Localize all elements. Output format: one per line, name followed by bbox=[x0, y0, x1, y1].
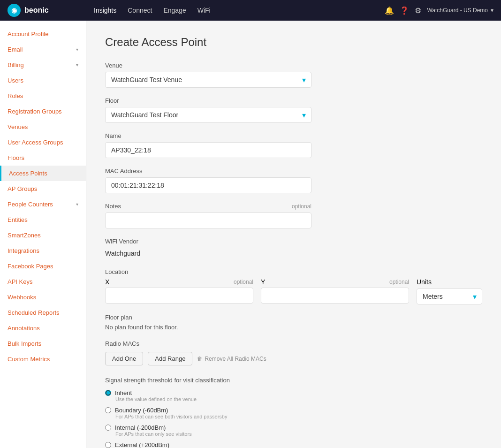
location-group: Location X optional Y optional bbox=[105, 268, 482, 304]
sidebar-item-ap-groups[interactable]: AP Groups bbox=[0, 181, 86, 197]
mac-input[interactable] bbox=[105, 177, 311, 193]
remove-all-radio-macs-link[interactable]: 🗑 Remove All Radio MACs bbox=[197, 356, 266, 362]
name-label: Name bbox=[105, 132, 311, 139]
location-row: X optional Y optional Units bbox=[105, 278, 482, 304]
wifi-vendor-label: WiFi Vendor bbox=[105, 238, 482, 245]
wifi-vendor-group: WiFi Vendor Watchguard bbox=[105, 238, 482, 259]
sidebar-item-integrations[interactable]: Integrations bbox=[0, 243, 86, 258]
floor-select[interactable]: WatchGuard Test Floor bbox=[105, 107, 311, 123]
sidebar-item-email[interactable]: Email ▾ bbox=[0, 42, 86, 57]
nav-connect[interactable]: Connect bbox=[128, 5, 152, 16]
location-label: Location bbox=[105, 268, 482, 275]
venue-select-wrapper: WatchGuard Test Venue ▾ bbox=[105, 72, 311, 88]
sidebar-item-users[interactable]: Users bbox=[0, 73, 86, 88]
help-icon[interactable]: ❓ bbox=[400, 6, 409, 15]
notes-label-row: Notes optional bbox=[105, 203, 311, 210]
signal-option-inherit: Inherit Use the value defined on the ven… bbox=[105, 389, 482, 402]
signal-option-internal: Internal (-200dBm) For APs that can only… bbox=[105, 424, 482, 437]
x-label: X bbox=[105, 278, 109, 286]
sidebar-item-smartzones[interactable]: SmartZones bbox=[0, 228, 86, 243]
units-select[interactable]: Meters Feet bbox=[417, 289, 482, 304]
sidebar-item-scheduled-reports[interactable]: Scheduled Reports bbox=[0, 305, 86, 320]
x-label-row: X optional bbox=[105, 278, 253, 286]
notes-group: Notes optional bbox=[105, 203, 311, 228]
page-title: Create Access Point bbox=[105, 36, 482, 49]
floor-select-wrapper: WatchGuard Test Floor ▾ bbox=[105, 107, 311, 123]
y-label-row: Y optional bbox=[261, 278, 409, 286]
mac-label: MAC Address bbox=[105, 167, 311, 175]
sidebar-item-roles[interactable]: Roles bbox=[0, 88, 86, 104]
radio-macs-section: Radio MACs Add One Add Range 🗑 Remove Al… bbox=[105, 340, 482, 365]
sidebar-item-venues[interactable]: Venues bbox=[0, 119, 86, 135]
signal-radio-internal[interactable] bbox=[105, 425, 111, 431]
mac-group: MAC Address bbox=[105, 167, 311, 193]
layout: Account Profile Email ▾ Billing ▾ Users … bbox=[0, 0, 501, 448]
venue-select[interactable]: WatchGuard Test Venue bbox=[105, 72, 311, 88]
nav-links: Insights Connect Engage WiFi bbox=[94, 5, 385, 16]
y-input[interactable] bbox=[261, 288, 409, 304]
sidebar-item-account-profile[interactable]: Account Profile bbox=[0, 26, 86, 42]
notes-input[interactable] bbox=[105, 213, 311, 228]
signal-section: Signal strength threshold for visit clas… bbox=[105, 377, 482, 448]
sidebar-item-annotations[interactable]: Annotations bbox=[0, 320, 86, 336]
chevron-down-icon: ▾ bbox=[76, 62, 78, 68]
wifi-vendor-value: Watchguard bbox=[105, 248, 482, 259]
signal-hint-internal: For APs that can only see visitors bbox=[115, 431, 482, 437]
top-nav: ◉ beonic Insights Connect Engage WiFi 🔔 … bbox=[0, 0, 501, 21]
signal-radio-inherit[interactable] bbox=[105, 390, 111, 396]
signal-hint-inherit: Use the value defined on the venue bbox=[115, 396, 482, 402]
main-content: Create Access Point Venue WatchGuard Tes… bbox=[86, 21, 501, 448]
sidebar-item-custom-metrics[interactable]: Custom Metrics bbox=[0, 351, 86, 367]
floor-plan-section: Floor plan No plan found for this floor. bbox=[105, 314, 482, 331]
bell-icon[interactable]: 🔔 bbox=[385, 6, 394, 15]
signal-radio-boundary[interactable] bbox=[105, 407, 111, 413]
notes-label: Notes bbox=[105, 203, 121, 210]
y-field: Y optional bbox=[261, 278, 409, 304]
x-field: X optional bbox=[105, 278, 253, 304]
name-group: Name bbox=[105, 132, 311, 158]
nav-wifi[interactable]: WiFi bbox=[197, 5, 211, 16]
sidebar-item-people-counters[interactable]: People Counters ▾ bbox=[0, 197, 86, 212]
radio-macs-buttons: Add One Add Range 🗑 Remove All Radio MAC… bbox=[105, 352, 482, 365]
logo-area: ◉ beonic bbox=[8, 4, 94, 17]
floor-label: Floor bbox=[105, 97, 311, 104]
sidebar-item-access-points[interactable]: Access Points bbox=[0, 166, 86, 181]
floor-group: Floor WatchGuard Test Floor ▾ bbox=[105, 97, 311, 123]
floor-plan-label: Floor plan bbox=[105, 314, 482, 321]
logo-icon: ◉ bbox=[8, 4, 21, 17]
name-input[interactable] bbox=[105, 142, 311, 158]
y-label: Y bbox=[261, 278, 265, 286]
chevron-down-icon: ▾ bbox=[76, 202, 78, 207]
account-badge[interactable]: WatchGuard - US Demo ▾ bbox=[427, 7, 493, 14]
trash-icon: 🗑 bbox=[197, 356, 203, 362]
add-one-button[interactable]: Add One bbox=[105, 352, 143, 365]
sidebar: Account Profile Email ▾ Billing ▾ Users … bbox=[0, 21, 86, 448]
signal-radio-external[interactable] bbox=[105, 442, 111, 448]
sidebar-item-entities[interactable]: Entities bbox=[0, 212, 86, 228]
sidebar-item-bulk-imports[interactable]: Bulk Imports bbox=[0, 336, 86, 351]
signal-option-external: External (+200dBm) For APs that can only… bbox=[105, 441, 482, 448]
radio-macs-label: Radio MACs bbox=[105, 340, 482, 347]
units-field: Units Meters Feet ▾ bbox=[417, 278, 482, 304]
venue-label: Venue bbox=[105, 62, 311, 69]
x-input[interactable] bbox=[105, 288, 253, 304]
sidebar-item-webhooks[interactable]: Webhooks bbox=[0, 289, 86, 305]
sidebar-item-floors[interactable]: Floors bbox=[0, 150, 86, 166]
sidebar-item-api-keys[interactable]: API Keys bbox=[0, 274, 86, 289]
chevron-down-icon: ▾ bbox=[76, 47, 78, 52]
nav-right: 🔔 ❓ ⚙ WatchGuard - US Demo ▾ bbox=[385, 6, 493, 15]
sidebar-item-facebook-pages[interactable]: Facebook Pages bbox=[0, 258, 86, 274]
sidebar-item-registration-groups[interactable]: Registration Groups bbox=[0, 104, 86, 119]
add-range-button[interactable]: Add Range bbox=[148, 352, 192, 365]
nav-engage[interactable]: Engage bbox=[163, 5, 186, 16]
floor-plan-note: No plan found for this floor. bbox=[105, 324, 482, 331]
signal-label: Signal strength threshold for visit clas… bbox=[105, 377, 482, 384]
units-select-wrapper: Meters Feet ▾ bbox=[417, 289, 482, 304]
notes-optional-tag: optional bbox=[292, 203, 311, 210]
nav-insights[interactable]: Insights bbox=[94, 5, 116, 16]
gear-icon[interactable]: ⚙ bbox=[415, 6, 421, 15]
sidebar-item-user-access-groups[interactable]: User Access Groups bbox=[0, 135, 86, 150]
x-optional-tag: optional bbox=[234, 279, 253, 285]
signal-option-boundary: Boundary (-60dBm) For APs that can see b… bbox=[105, 407, 482, 419]
sidebar-item-billing[interactable]: Billing ▾ bbox=[0, 57, 86, 73]
